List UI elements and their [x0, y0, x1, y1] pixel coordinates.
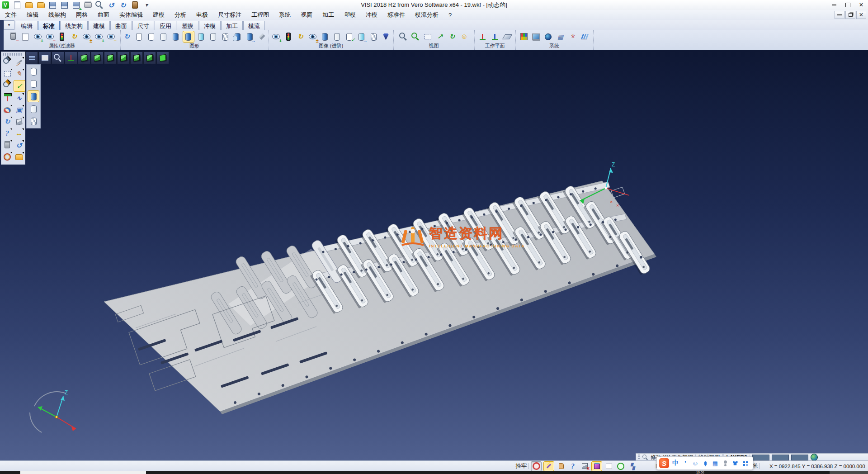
- close-button[interactable]: [854, 0, 868, 10]
- show-all-icon[interactable]: [93, 31, 104, 42]
- display-ghost-icon[interactable]: [28, 116, 39, 127]
- view-isometric-icon[interactable]: [143, 52, 156, 64]
- color-palette-icon[interactable]: [2, 104, 13, 115]
- print-icon[interactable]: [82, 0, 93, 10]
- show-entities-icon[interactable]: [32, 31, 43, 42]
- visi-store-icon[interactable]: [129, 0, 140, 10]
- color-grid-icon[interactable]: [519, 31, 529, 42]
- world-globe-icon[interactable]: [811, 454, 818, 461]
- menu-drafting[interactable]: 工程图: [246, 10, 274, 20]
- zoom-window-icon[interactable]: [38, 52, 51, 64]
- panel-grip[interactable]: [638, 455, 640, 460]
- redo-icon[interactable]: [118, 0, 128, 10]
- chinese-mode-icon[interactable]: 中: [672, 459, 679, 467]
- layer-color-swatch[interactable]: [752, 455, 769, 460]
- trim-knife-icon[interactable]: [14, 57, 24, 67]
- menu-solid-edit[interactable]: 实体编辑: [114, 10, 148, 20]
- snap-off-icon[interactable]: [580, 462, 590, 471]
- shading-smiley-icon[interactable]: [459, 31, 470, 42]
- toggle-visibility-icon[interactable]: [81, 31, 92, 42]
- workplane-modify-icon[interactable]: [477, 31, 488, 42]
- menu-analysis[interactable]: 分析: [170, 10, 191, 20]
- transparent-cylinder-icon[interactable]: [196, 31, 207, 42]
- adv-arrow-cylinder-icon[interactable]: [356, 31, 367, 42]
- menu-standard-parts[interactable]: 标准件: [382, 10, 410, 20]
- menu-mould[interactable]: 塑模: [339, 10, 361, 20]
- zoom-select-icon[interactable]: [2, 57, 13, 67]
- adv-check-cylinder-icon[interactable]: [344, 31, 355, 42]
- soft-keyboard-icon[interactable]: [712, 459, 719, 467]
- more-commands-caret-icon[interactable]: [141, 0, 152, 10]
- punctuation-icon[interactable]: ’: [682, 459, 689, 467]
- emoji-icon[interactable]: [692, 459, 699, 467]
- wireframe-cylinder-icon[interactable]: [134, 31, 145, 42]
- workplane-align-icon[interactable]: [490, 31, 500, 42]
- tab-mould[interactable]: 塑膜: [177, 21, 198, 30]
- menu-edit[interactable]: 编辑: [22, 10, 43, 20]
- move-axis-icon[interactable]: [2, 93, 13, 104]
- tab-progress[interactable]: 冲模: [199, 21, 221, 30]
- sogou-logo-icon[interactable]: S: [659, 458, 669, 468]
- adv-shaded-cylinder-icon[interactable]: [320, 31, 330, 42]
- menu-window[interactable]: 视窗: [296, 10, 317, 20]
- shaded-view-icon[interactable]: [591, 461, 602, 471]
- tool-wheel-icon[interactable]: [2, 152, 13, 162]
- display-hidden-line-icon[interactable]: [28, 78, 39, 89]
- auto-center-icon[interactable]: [616, 462, 626, 471]
- menu-modeling[interactable]: 建模: [148, 10, 170, 20]
- regen-view-icon[interactable]: [122, 31, 132, 42]
- dynamic-cylinder-icon[interactable]: [245, 31, 255, 42]
- display-shaded-icon[interactable]: [28, 90, 39, 102]
- new-file-icon[interactable]: [12, 0, 23, 10]
- system-globe-icon[interactable]: [543, 31, 554, 42]
- import-file-icon[interactable]: [35, 0, 46, 10]
- push-pull-icon[interactable]: [556, 462, 566, 471]
- frame-view-icon[interactable]: [604, 462, 614, 471]
- menu-mesh[interactable]: 网格: [71, 10, 93, 20]
- context-help-icon[interactable]: [2, 128, 13, 139]
- attribute-copy-icon[interactable]: [20, 31, 31, 42]
- voice-input-icon[interactable]: [702, 459, 709, 467]
- open-folder-icon[interactable]: [24, 0, 34, 10]
- taskbar-window-segment[interactable]: [20, 471, 146, 474]
- zoom-in-out-icon[interactable]: [2, 80, 13, 91]
- viewport-3d[interactable]: × × Z Z: [0, 50, 868, 460]
- viewport-menu-icon[interactable]: [25, 52, 38, 64]
- chart-3d-icon[interactable]: [580, 31, 590, 42]
- view-right-icon[interactable]: [130, 52, 143, 64]
- advanced-show-icon[interactable]: [271, 31, 282, 42]
- snap-lock-icon[interactable]: [531, 461, 542, 471]
- save-icon[interactable]: [47, 0, 58, 10]
- hatched-cylinder-icon[interactable]: [220, 31, 231, 42]
- flat-cylinder-icon[interactable]: [208, 31, 219, 42]
- shaded-cylinder-icon[interactable]: [170, 31, 181, 42]
- advanced-traffic-light-icon[interactable]: [283, 31, 294, 42]
- undo-back-icon[interactable]: [14, 140, 24, 151]
- tab-standard[interactable]: 标准: [38, 21, 60, 30]
- menu-machining[interactable]: 加工: [317, 10, 339, 20]
- regen-refresh-icon[interactable]: [2, 116, 13, 127]
- view-previous-icon[interactable]: [398, 31, 409, 42]
- mdi-restore-button[interactable]: [845, 11, 855, 19]
- measure-distance-icon[interactable]: [14, 128, 24, 139]
- entity-color-swatch[interactable]: [791, 455, 808, 460]
- window-pane-icon[interactable]: [14, 104, 24, 115]
- menu-dimension[interactable]: 尺寸标注: [213, 10, 246, 20]
- solid-cube-icon[interactable]: [14, 116, 24, 127]
- profile-icon[interactable]: [722, 459, 729, 467]
- toolbar-grip[interactable]: [3, 53, 23, 56]
- delete-trash-icon[interactable]: [2, 140, 13, 151]
- save-as-icon[interactable]: [59, 0, 70, 10]
- mdi-minimize-button[interactable]: [835, 11, 844, 19]
- view-bottom-icon[interactable]: [91, 52, 104, 64]
- mdi-close-button[interactable]: [856, 11, 866, 19]
- hide-entities-icon[interactable]: [44, 31, 55, 42]
- workplane-search-icon[interactable]: [642, 454, 648, 460]
- adv-wire-cylinder-icon[interactable]: [368, 31, 379, 42]
- shaded-selected-cylinder-icon[interactable]: [183, 31, 194, 43]
- system-settings-icon[interactable]: [567, 31, 578, 42]
- tab-application[interactable]: 应用: [155, 21, 176, 30]
- view-front-icon[interactable]: [117, 52, 130, 64]
- hide-all-icon[interactable]: [105, 31, 116, 42]
- menu-surface[interactable]: 曲面: [93, 10, 114, 20]
